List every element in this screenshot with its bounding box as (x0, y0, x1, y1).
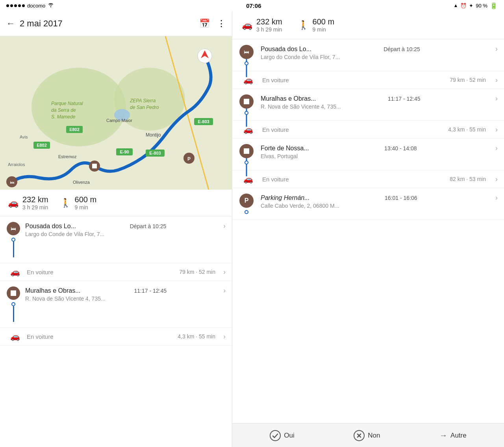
svg-text:de San Pedro: de San Pedro (130, 105, 159, 110)
stop2-name: Muralhas e Obras... (25, 287, 81, 294)
oui-label: Oui (284, 432, 294, 440)
right-drive-item-3[interactable]: 🚗 En voiture 82 km · 53 min › (232, 170, 504, 188)
right-trip-item-2[interactable]: Muralhas e Obras... 11:17 - 12:45 › R. N… (232, 89, 504, 121)
car-duration: 3 h 29 min (22, 204, 48, 211)
stop2-content: Muralhas e Obras... 11:17 - 12:45 › R. N… (25, 286, 226, 302)
svg-text:Olivenza: Olivenza (73, 180, 90, 185)
svg-rect-35 (244, 99, 249, 104)
stop2-time: 11:17 - 12:45 (134, 288, 167, 294)
right-icon-col-4: P (239, 194, 254, 214)
drive-item-1[interactable]: 🚗 En voiture 79 km · 52 min › (0, 263, 232, 281)
right-drive-item-2[interactable]: 🚗 En voiture 4,3 km · 55 min › (232, 121, 504, 139)
stop1-time: Départ à 10:25 (130, 223, 167, 229)
right-car-duration: 3 h 29 min (256, 26, 282, 33)
right-content-2: Muralhas e Obras... 11:17 - 12:45 › R. N… (261, 94, 498, 110)
drive2-label: En voiture (27, 333, 54, 340)
right-stop1-name: Pousada dos Lo... (261, 46, 311, 53)
right-stop4-chevron[interactable]: › (495, 194, 498, 202)
right-dot-4 (245, 210, 248, 214)
right-car-distance: 232 km (256, 17, 282, 26)
stop1-content: Pousada dos Lo... Départ à 10:25 › Largo… (25, 222, 226, 237)
right-drive-car-icon-3: 🚗 (243, 174, 253, 184)
svg-text:Estremoz: Estremoz (58, 154, 77, 159)
stop1-chevron[interactable]: › (223, 222, 226, 230)
right-dot-3 (245, 161, 248, 164)
svg-text:🛏: 🛏 (10, 180, 14, 185)
drive1-stats: 79 km · 52 min (179, 269, 215, 275)
right-walk-duration: 9 min (313, 26, 335, 33)
status-left: docomo (6, 2, 54, 9)
right-drive-item-1[interactable]: 🚗 En voiture 79 km · 52 min › (232, 71, 504, 89)
oui-icon (270, 430, 281, 441)
right-drive2-chevron[interactable]: › (495, 126, 498, 134)
right-icon-col-3 (239, 144, 254, 164)
non-action[interactable]: Non (354, 430, 380, 441)
svg-text:da Serra de: da Serra de (51, 107, 76, 113)
right-walk-icon: 🚶 (298, 20, 309, 30)
timeline-dot-1 (11, 238, 15, 242)
right-stop4-address: Calle Cabo Verde, 2, 06800 M... (261, 203, 498, 209)
right-stop2-chevron[interactable]: › (495, 94, 498, 103)
right-dot-2 (245, 111, 248, 115)
timeline-col-1: 🛏 (6, 222, 20, 257)
right-drive3-chevron[interactable]: › (495, 175, 498, 183)
svg-text:E802: E802 (37, 143, 47, 148)
line-1 (13, 242, 14, 257)
autre-label: Autre (450, 432, 467, 440)
trip-item-stop1[interactable]: 🛏 Pousada dos Lo... Départ à 10:25 › Lar… (0, 216, 232, 263)
car-icon: 🚗 (8, 198, 19, 208)
right-stop-icon-3 (239, 144, 254, 158)
right-car-stat: 🚗 232 km 3 h 29 min (242, 17, 282, 33)
stop2-chevron[interactable]: › (223, 286, 226, 295)
right-walk-distance: 600 m (313, 17, 335, 26)
right-drive-label-1: En voiture (262, 77, 289, 83)
right-stop-icon-2 (239, 94, 254, 109)
line-2 (13, 306, 14, 322)
stop1-address: Largo do Conde de Vila Flor, 7... (25, 231, 226, 237)
right-stop1-chevron[interactable]: › (495, 45, 498, 53)
right-stop2-name: Muralhas e Obras... (261, 95, 316, 102)
battery-label: 90 % (476, 3, 487, 9)
svg-text:E-90: E-90 (120, 150, 129, 154)
right-drive-car-icon-1: 🚗 (243, 75, 253, 85)
right-trip-item-4[interactable]: P Parking Hernán... 16:01 - 16:06 › Call… (232, 188, 504, 220)
svg-text:Montijo: Montijo (146, 132, 161, 138)
svg-text:P: P (187, 156, 191, 162)
right-dot-1 (245, 61, 248, 65)
right-stop3-name: Forte de Nossa... (261, 145, 309, 152)
bluetooth-icon: ✦ (469, 3, 473, 9)
right-drive-label-2: En voiture (262, 126, 289, 133)
right-drive-label-3: En voiture (262, 176, 289, 183)
drive1-label: En voiture (27, 269, 54, 275)
right-stats-row: 🚗 232 km 3 h 29 min 🚶 600 m 9 min (232, 11, 504, 39)
svg-rect-36 (244, 148, 249, 154)
calendar-icon[interactable]: 📅 (199, 18, 210, 29)
car-stat: 🚗 232 km 3 h 29 min (8, 195, 48, 211)
svg-text:E-803: E-803 (198, 119, 209, 124)
car-distance: 232 km (22, 195, 48, 204)
trip-item-stop2[interactable]: Muralhas e Obras... 11:17 - 12:45 › R. N… (0, 281, 232, 328)
right-content-3: Forte de Nossa... 13:40 - 14:08 › Elvas,… (261, 144, 498, 159)
back-button[interactable]: ← (6, 18, 15, 29)
walk-stat: 🚶 600 m 9 min (60, 195, 97, 211)
right-stop2-time: 11:17 - 12:45 (388, 96, 421, 102)
drive1-chevron[interactable]: › (223, 268, 226, 276)
right-trip-item-1[interactable]: 🛏 Pousada dos Lo... Départ à 10:25 › Lar… (232, 39, 504, 71)
right-drive1-chevron[interactable]: › (495, 76, 498, 84)
svg-rect-34 (11, 290, 16, 296)
right-stop-icon-4: P (239, 194, 254, 208)
autre-action[interactable]: → Autre (439, 431, 467, 440)
more-icon[interactable]: ⋮ (217, 18, 226, 29)
drive-item-2[interactable]: 🚗 En voiture 4,3 km · 55 min › (0, 328, 232, 345)
stop-icon-2 (7, 286, 20, 300)
right-stop3-chevron[interactable]: › (495, 144, 498, 152)
right-content-4: Parking Hernán... 16:01 - 16:06 › Calle … (261, 194, 498, 209)
right-walk-stat: 🚶 600 m 9 min (298, 17, 335, 33)
drive2-chevron[interactable]: › (223, 332, 226, 341)
right-trip-item-3[interactable]: Forte de Nossa... 13:40 - 14:08 › Elvas,… (232, 139, 504, 170)
right-icon-col-1: 🛏 (239, 45, 254, 65)
header-icons: 📅 ⋮ (199, 18, 226, 29)
walk-distance: 600 m (75, 195, 97, 204)
stop-icon-1: 🛏 (7, 222, 20, 235)
oui-action[interactable]: Oui (270, 430, 294, 441)
